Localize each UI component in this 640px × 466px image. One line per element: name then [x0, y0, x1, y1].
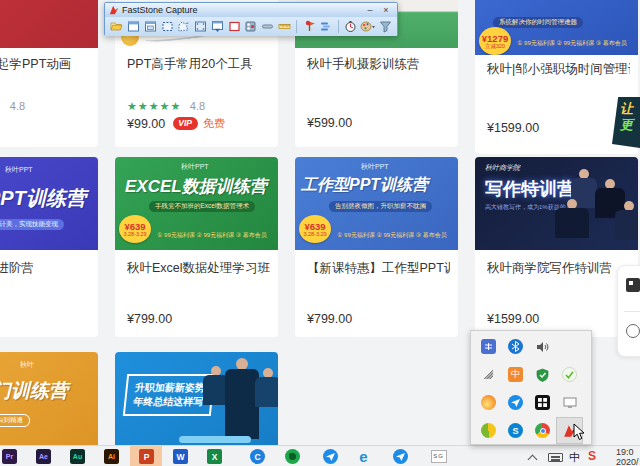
taskbar-messenger-1[interactable]	[323, 449, 338, 464]
taskbar-edge[interactable]: e	[356, 449, 371, 464]
course-price: ¥99.00	[127, 117, 165, 131]
input-mode-indicator[interactable]: 中	[569, 450, 580, 465]
image-badge: 从小白到精通	[0, 414, 30, 427]
course-image	[0, 0, 98, 48]
price-badge: ¥1279 立减320	[479, 27, 511, 55]
faststone-titlebar[interactable]: FastStone Capture – ×	[105, 3, 397, 17]
output-options-icon[interactable]	[319, 19, 333, 34]
image-headline: 入门训练营	[0, 378, 68, 404]
capture-freehand-icon[interactable]	[177, 19, 191, 34]
capture-fixed-region-icon[interactable]	[227, 19, 241, 34]
volume-icon[interactable]	[530, 334, 555, 359]
taskbar-powerpoint[interactable]: P	[139, 449, 154, 464]
faststone-logo-icon	[109, 5, 119, 15]
settings-picker-icon[interactable]	[378, 19, 392, 34]
sogou-ball-icon[interactable]	[476, 418, 501, 443]
antivirus-check-icon[interactable]	[557, 362, 582, 387]
bluetooth-icon[interactable]	[503, 334, 528, 359]
course-price: ¥599.00	[307, 116, 352, 130]
price-row: ¥99.00 VIP 免费	[127, 116, 225, 131]
taskbar-after-effects[interactable]: Ae	[36, 449, 51, 464]
screen-magnifier-icon[interactable]	[261, 19, 275, 34]
course-card[interactable]: 秋叶商学院 写作特训营 高大锤教写作，成为1%获益的人 秋叶商学院写作特训营 ¥…	[475, 157, 638, 337]
flame-app-icon[interactable]	[476, 390, 501, 415]
taskbar-excel[interactable]: X	[207, 449, 222, 464]
open-folder-icon[interactable]	[110, 19, 124, 34]
screen-recorder-icon[interactable]	[244, 19, 258, 34]
taskbar-word[interactable]: W	[173, 449, 188, 464]
image-subtitle: 系统解决你的时间管理难题	[493, 17, 583, 28]
chinese-input-icon[interactable]: 中	[503, 362, 528, 387]
course-card[interactable]: 秋叶PPT 工作型PPT训练营 告别熬夜做图，升职加薪不耽搁 ¥639 3.28…	[295, 157, 458, 337]
screen-ruler-icon[interactable]	[278, 19, 292, 34]
capture-scrolling-window-icon[interactable]	[211, 19, 225, 34]
divider	[624, 311, 640, 312]
course-price: ¥1599.00	[487, 312, 539, 326]
messenger-plane-icon[interactable]	[503, 390, 528, 415]
taskbar-audition[interactable]: Au	[70, 449, 85, 464]
show-hidden-icons-chevron[interactable]	[528, 455, 538, 465]
presenter-figure	[255, 368, 278, 412]
taskbar-evernote[interactable]	[285, 449, 300, 464]
faststone-window[interactable]: FastStone Capture – ×	[104, 2, 398, 36]
taskbar-messenger-2[interactable]	[393, 449, 408, 464]
taskbar-premiere[interactable]: Pr	[2, 449, 17, 464]
brand-logo: 秋叶	[20, 360, 34, 370]
capture-rectangle-icon[interactable]	[160, 19, 174, 34]
taskbar-clock[interactable]: 19:0 2020/	[616, 447, 640, 466]
capture-window-object-icon[interactable]	[144, 19, 158, 34]
chrome-icon[interactable]	[530, 418, 555, 443]
course-title: PPT高手常用20个工具	[127, 56, 270, 73]
course-title: 秋叶Excel数据处理学习班	[127, 260, 270, 277]
price-row: ¥1599.00	[487, 121, 539, 135]
vip-free-label: 免费	[203, 116, 225, 131]
capture-active-window-icon[interactable]	[127, 19, 141, 34]
price-row: ¥799.00	[307, 312, 352, 326]
course-title: 秋叶|邹小强职场时间管理训练营	[487, 61, 630, 78]
price-badge: ¥639 3.28-3.29	[299, 215, 331, 243]
course-card[interactable]: 秋叶PPT EXCEL数据训练营 手残党不加班的Excel数据管理术 ¥639 …	[115, 157, 278, 337]
brand-logo: 秋叶商学院	[485, 163, 520, 173]
taskbar: Pr Ae Au Ai P W X C e SG 中 S 19:0 2020/	[0, 445, 640, 466]
taskbar-sogou-input[interactable]: SG	[430, 449, 447, 464]
draw-palette-icon[interactable]	[360, 19, 375, 34]
tiles-app-icon[interactable]	[530, 390, 555, 415]
perk-list: ① 99元福利课 ② 99元福利课 ③ 幕布会员	[517, 39, 627, 48]
course-card[interactable]: 时间管理训练营 系统解决你的时间管理难题 ¥1279 立减320 ① 99元福利…	[475, 0, 638, 154]
capture-fullscreen-icon[interactable]	[194, 19, 208, 34]
instructor-figure	[555, 199, 589, 249]
floating-side-panel	[617, 265, 640, 357]
pin-icon[interactable]	[302, 19, 316, 34]
speech-bubble: 升职加薪新姿势 年终总结这样写	[123, 374, 215, 416]
course-card[interactable]: 和秋叶一起学PPT动画 ★★★★★ 4.8	[0, 0, 98, 147]
minimize-button[interactable]: –	[363, 5, 377, 16]
security-shield-icon[interactable]	[530, 362, 555, 387]
course-price: ¥799.00	[307, 312, 352, 326]
course-image: 秋叶PPT 工作型PPT训练营 告别熬夜做图，升职加薪不耽搁 ¥639 3.28…	[295, 157, 458, 250]
price-row: ¥1599.00	[487, 312, 539, 326]
image-bottom-bar	[179, 436, 251, 443]
skype-icon[interactable]: S	[503, 418, 528, 443]
presenter-figure	[225, 358, 259, 418]
star-icons: ★★★★★	[0, 100, 1, 112]
faststone-toolbar	[105, 17, 397, 36]
delay-timer-icon[interactable]	[344, 19, 358, 34]
qr-code-icon[interactable]	[626, 278, 640, 292]
touch-keyboard-icon[interactable]	[548, 453, 563, 462]
course-rating: ★★★★★ 4.8	[127, 96, 205, 114]
red-s-tray-icon[interactable]: S	[588, 449, 596, 463]
instructor-figure	[615, 201, 638, 249]
course-image: 秋叶PPT EXCEL数据训练营 手残党不加班的Excel数据管理术 ¥639 …	[115, 157, 278, 250]
close-button[interactable]: ×	[379, 5, 393, 16]
headset-icon[interactable]	[626, 324, 640, 338]
display-icon[interactable]	[557, 390, 582, 415]
course-price: ¥1599.00	[487, 121, 539, 135]
course-title: 秋叶手机摄影训练营	[307, 56, 450, 73]
course-card[interactable]: 秋叶PPT PPT训练营 设计美，实现技能变现 秋叶PPT进阶营	[0, 157, 98, 337]
taskbar-illustrator[interactable]: Ai	[104, 449, 119, 464]
input-app-icon[interactable]	[476, 334, 501, 359]
taskbar-browser-c[interactable]: C	[250, 449, 265, 464]
network-signal-icon[interactable]	[476, 362, 501, 387]
course-image: 时间管理训练营 系统解决你的时间管理难题 ¥1279 立减320 ① 99元福利…	[475, 0, 638, 55]
mouse-cursor	[573, 423, 586, 441]
